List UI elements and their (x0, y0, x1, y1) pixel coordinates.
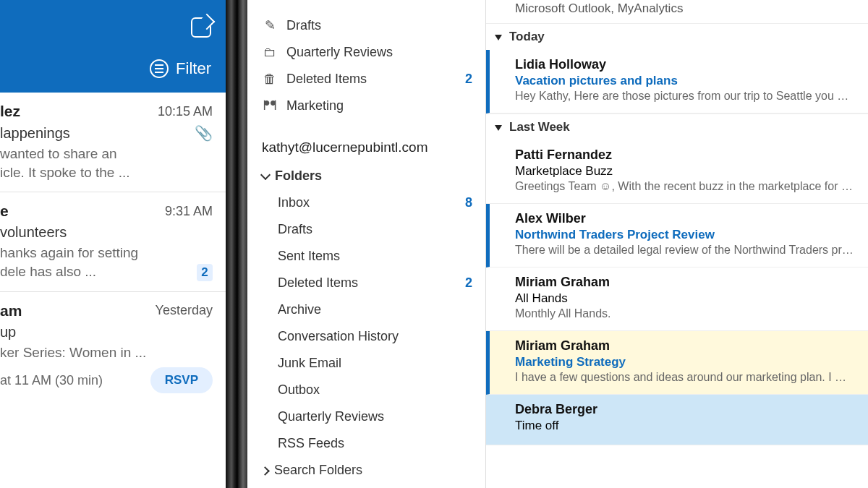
sender: Patti Fernandez (515, 147, 855, 163)
preview: There will be a detailed legal review of… (515, 244, 855, 257)
mobile-outlook-pane: Filter lez 10:15 AM lappenings 📎 wanted … (0, 0, 226, 488)
mobile-message-item[interactable]: am Yesterday up ker Series: Women in ...… (0, 292, 226, 404)
compose-icon[interactable] (191, 17, 211, 38)
mobile-message-item[interactable]: e 9:31 AM volunteers hanks again for set… (0, 192, 226, 291)
folder-icon: 🗀 (262, 45, 278, 60)
sender: Debra Berger (515, 402, 855, 417)
mobile-message-list[interactable]: lez 10:15 AM lappenings 📎 wanted to shar… (0, 93, 226, 488)
subject: up (0, 324, 16, 341)
filter-icon (150, 59, 169, 78)
rsvp-button[interactable]: RSVP (150, 367, 213, 393)
sender: Miriam Graham (515, 338, 855, 354)
group-header-today[interactable]: Today (486, 23, 868, 50)
message-item[interactable]: Patti Fernandez Marketplace Buzz Greetin… (486, 140, 868, 204)
folder-inbox[interactable]: Inbox8 (262, 189, 478, 216)
trash-icon: 🗑 (262, 72, 278, 87)
attachment-icon: 📎 (195, 124, 213, 142)
subject: Time off (515, 419, 855, 433)
group-header-last-week[interactable]: Last Week (486, 114, 868, 140)
sender: Alex Wilber (515, 211, 855, 226)
count: 2 (465, 275, 478, 291)
collapse-icon (495, 120, 505, 134)
folder-archive[interactable]: Archive (262, 296, 478, 323)
group-icon: ᖰᖳ (262, 98, 278, 114)
time: 10:15 AM (158, 104, 213, 119)
preview: hanks again for setting dele has also ..… (0, 244, 213, 281)
message-item[interactable]: Lidia Holloway Vacation pictures and pla… (486, 50, 868, 114)
time: Yesterday (156, 303, 213, 318)
subject: All Hands (515, 291, 855, 306)
subject: Vacation pictures and plans (515, 74, 855, 88)
subject: Marketplace Buzz (515, 164, 855, 179)
preview: Hey Kathy, Here are those pictures from … (515, 90, 855, 103)
favorite-marketing[interactable]: ᖰᖳ Marketing (262, 93, 478, 119)
label: Drafts (286, 18, 321, 33)
folder-junk-email[interactable]: Junk Email (262, 350, 478, 377)
sender: e (0, 202, 9, 220)
subject: lappenings (0, 125, 70, 142)
event-time: at 11 AM (30 min) (0, 373, 103, 388)
subject: Northwind Traders Project Review (515, 228, 855, 242)
count: 2 (465, 72, 478, 87)
filter-button[interactable]: Filter (150, 59, 211, 78)
label: Quarterly Reviews (286, 45, 393, 60)
thread-count-badge: 2 (197, 264, 213, 281)
folder-outbox[interactable]: Outbox (262, 377, 478, 403)
favorites-list: ✎ Drafts 🗀 Quarterly Reviews 🗑 Deleted I… (262, 12, 478, 119)
time: 9:31 AM (165, 204, 213, 219)
preview: ker Series: Women in ... (0, 343, 213, 362)
sender: Lidia Holloway (515, 57, 855, 72)
desktop-message-list: Microsoft Outlook, MyAnalytics Today Lid… (486, 0, 868, 488)
drafts-icon: ✎ (262, 17, 278, 33)
chevron-down-icon (262, 168, 269, 184)
message-item[interactable]: Miriam Graham Marketing Strategy I have … (486, 331, 868, 395)
folder-drafts[interactable]: Drafts (262, 216, 478, 243)
label: Marketing (286, 98, 344, 114)
preview: wanted to share an icle. It spoke to the… (0, 145, 213, 181)
preview: I have a few questions and ideas around … (515, 371, 855, 384)
account-label[interactable]: kathyt@lucernepubintl.com (262, 140, 478, 155)
collapse-icon (495, 30, 505, 44)
preview: Greetings Team ☺, With the recent buzz i… (515, 180, 855, 193)
desktop-folder-pane: ✎ Drafts 🗀 Quarterly Reviews 🗑 Deleted I… (247, 0, 486, 488)
folder-conversation-history[interactable]: Conversation History (262, 323, 478, 350)
subject: Marketing Strategy (515, 355, 855, 369)
folder-deleted-items[interactable]: Deleted Items2 (262, 270, 478, 296)
folder-quarterly-reviews[interactable]: Quarterly Reviews (262, 403, 478, 430)
folder-sent-items[interactable]: Sent Items (262, 243, 478, 270)
header-fragment: Microsoft Outlook, MyAnalytics (486, 0, 868, 23)
filter-label: Filter (176, 59, 211, 78)
folders-header[interactable]: Folders (262, 168, 478, 184)
label: Deleted Items (286, 72, 367, 87)
message-item[interactable]: Debra Berger Time off (486, 395, 868, 445)
favorite-deleted-items[interactable]: 🗑 Deleted Items 2 (262, 66, 478, 93)
message-item[interactable]: Miriam Graham All Hands Monthly All Hand… (486, 267, 868, 331)
favorite-drafts[interactable]: ✎ Drafts (262, 12, 478, 39)
sender: lez (0, 103, 20, 120)
sender: Miriam Graham (515, 275, 855, 290)
count: 8 (465, 195, 478, 210)
subject: volunteers (0, 224, 67, 241)
sender: am (0, 302, 22, 320)
preview: Monthly All Hands. (515, 307, 855, 320)
chevron-right-icon (262, 463, 268, 478)
mobile-message-item[interactable]: lez 10:15 AM lappenings 📎 wanted to shar… (0, 93, 226, 192)
mobile-header: Filter (0, 0, 226, 93)
folder-list: Inbox8 Drafts Sent Items Deleted Items2 … (262, 189, 478, 457)
message-item[interactable]: Alex Wilber Northwind Traders Project Re… (486, 204, 868, 267)
phone-bezel (226, 0, 247, 488)
favorite-quarterly-reviews[interactable]: 🗀 Quarterly Reviews (262, 39, 478, 66)
folder-rss-feeds[interactable]: RSS Feeds (262, 430, 478, 457)
search-folders[interactable]: Search Folders (262, 457, 478, 484)
